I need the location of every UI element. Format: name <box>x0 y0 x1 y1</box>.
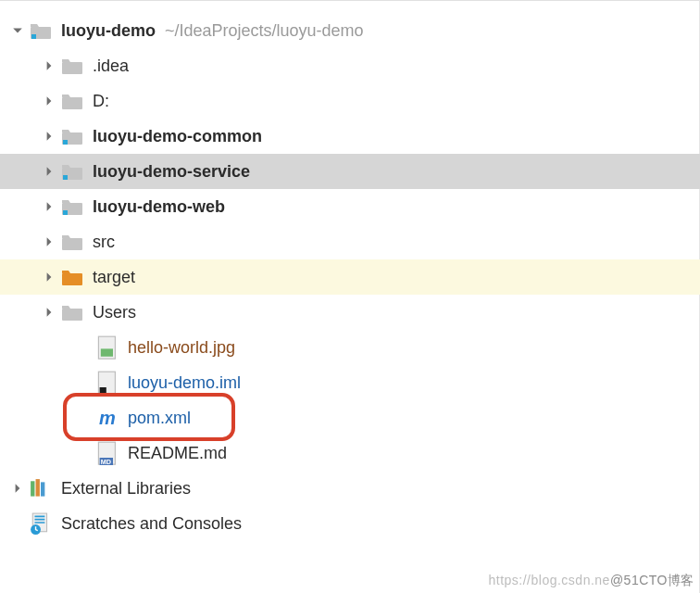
tree-item-web[interactable]: luoyu-demo-web <box>11 189 700 224</box>
image-file-icon <box>96 337 119 358</box>
item-label: hello-world.jpg <box>128 338 235 358</box>
tree-item-service[interactable]: luoyu-demo-service <box>0 154 700 189</box>
folder-icon <box>61 232 83 252</box>
excluded-folder-icon <box>61 267 83 287</box>
item-label: luoyu-demo.iml <box>128 373 241 393</box>
svg-rect-21 <box>36 479 40 497</box>
item-label: pom.xml <box>128 409 191 428</box>
module-folder-icon <box>61 196 83 217</box>
project-tree[interactable]: luoyu-demo ~/IdeaProjects/luoyu-demo .id… <box>0 6 700 541</box>
svg-rect-7 <box>63 175 68 180</box>
chevron-right-icon[interactable] <box>43 95 56 107</box>
item-label: .idea <box>93 57 129 76</box>
chevron-right-icon[interactable] <box>43 165 56 178</box>
item-label: Scratches and Consoles <box>61 514 242 534</box>
folder-icon <box>61 91 83 111</box>
item-label: README.md <box>128 444 227 463</box>
chevron-right-icon[interactable] <box>43 130 56 143</box>
svg-rect-22 <box>41 482 44 496</box>
svg-text:MD: MD <box>101 458 111 465</box>
tree-item-external-libs[interactable]: External Libraries <box>11 471 700 506</box>
tree-item-idea[interactable]: .idea <box>11 48 700 83</box>
item-label: src <box>93 233 115 252</box>
svg-rect-5 <box>63 140 68 145</box>
tree-item-hello-jpg[interactable]: hello-world.jpg <box>11 330 700 365</box>
root-name: luoyu-demo <box>61 21 156 41</box>
chevron-right-icon[interactable] <box>43 200 56 213</box>
svg-rect-16 <box>100 387 106 394</box>
item-label: External Libraries <box>61 479 191 498</box>
tree-item-d-drive[interactable]: D: <box>11 83 700 119</box>
tree-item-pom[interactable]: m pom.xml <box>11 400 700 435</box>
svg-rect-11 <box>62 273 82 285</box>
module-folder-icon <box>30 20 52 41</box>
scratches-icon <box>30 513 52 534</box>
iml-file-icon <box>96 372 119 393</box>
root-path: ~/IdeaProjects/luoyu-demo <box>165 21 364 41</box>
library-icon <box>30 478 52 498</box>
tree-item-src[interactable]: src <box>11 224 700 259</box>
svg-rect-3 <box>62 97 82 109</box>
svg-rect-1 <box>31 34 36 39</box>
folder-icon <box>61 56 83 76</box>
tree-item-common[interactable]: luoyu-demo-common <box>11 119 700 154</box>
svg-rect-20 <box>31 481 34 496</box>
chevron-right-icon[interactable] <box>43 235 56 248</box>
item-label: luoyu-demo-service <box>93 162 250 182</box>
item-label: luoyu-demo-common <box>93 127 262 146</box>
tree-item-root[interactable]: luoyu-demo ~/IdeaProjects/luoyu-demo <box>11 13 700 48</box>
item-label: luoyu-demo-web <box>93 197 225 217</box>
svg-rect-10 <box>62 238 82 250</box>
svg-rect-9 <box>63 210 68 215</box>
folder-icon <box>61 302 83 322</box>
chevron-down-icon[interactable] <box>11 24 24 37</box>
svg-rect-14 <box>101 348 113 356</box>
item-label: Users <box>93 303 136 322</box>
svg-rect-2 <box>62 62 82 74</box>
module-folder-icon <box>61 126 83 146</box>
chevron-right-icon[interactable] <box>43 306 56 319</box>
chevron-right-icon[interactable] <box>43 271 56 284</box>
watermark: https://blog.csdn.ne@51CTO博客 <box>488 573 694 589</box>
watermark-bold: @51CTO博客 <box>610 573 694 587</box>
svg-rect-12 <box>62 309 82 321</box>
tree-item-target[interactable]: target <box>0 259 700 295</box>
maven-file-icon: m <box>96 408 119 428</box>
chevron-right-icon[interactable] <box>11 482 24 495</box>
tree-item-users[interactable]: Users <box>11 295 700 330</box>
markdown-file-icon: MD <box>96 443 119 463</box>
tree-item-iml[interactable]: luoyu-demo.iml <box>11 365 700 400</box>
item-label: target <box>93 268 135 287</box>
module-folder-icon <box>61 161 83 182</box>
watermark-faint: https://blog.csdn.ne <box>488 573 609 587</box>
chevron-right-icon[interactable] <box>43 59 56 72</box>
item-label: D: <box>93 92 109 111</box>
tree-item-scratches[interactable]: Scratches and Consoles <box>11 506 700 541</box>
tree-item-readme[interactable]: MD README.md <box>11 435 700 471</box>
